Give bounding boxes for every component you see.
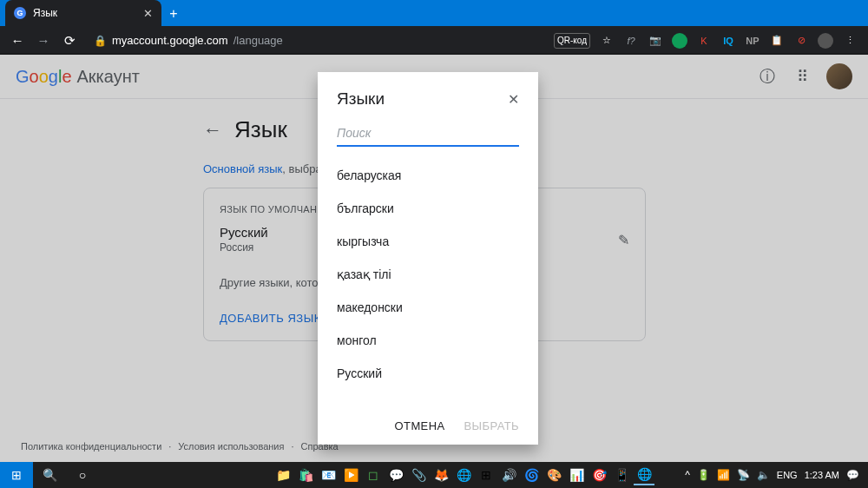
tray-notifications-icon[interactable]: 💬	[846, 469, 859, 481]
tab-close-button[interactable]: ✕	[143, 7, 153, 20]
tray-volume-icon[interactable]: 🔈	[757, 469, 770, 481]
system-tray: ^ 🔋 📶 📡 🔈 ENG 1:23 AM 💬	[685, 469, 868, 481]
language-option[interactable]: кыргызча	[318, 225, 538, 258]
taskbar-app-icon[interactable]: 💬	[385, 465, 406, 485]
browser-address-bar: ← → ⟳ 🔒 myaccount.google.com/language QR…	[0, 26, 868, 55]
modal-language-list[interactable]: беларускаябългарскикыргызчақазақ тілімак…	[318, 147, 538, 407]
modal-select-button[interactable]: ВЫБРАТЬ	[464, 419, 519, 432]
tab-favicon: G	[14, 7, 26, 19]
extension-icon[interactable]: f?	[623, 33, 639, 49]
tray-clock[interactable]: 1:23 AM	[805, 470, 839, 480]
taskbar-app-icon[interactable]: ◻	[363, 465, 384, 485]
taskbar-apps: 📁 🛍️ 📧 ▶️ ◻ 💬 📎 🦊 🌐 ⊞ 🔊 🌀 🎨 📊 🎯 📱 🌐	[273, 465, 654, 485]
windows-taskbar: ⊞ 🔍 ○ 📁 🛍️ 📧 ▶️ ◻ 💬 📎 🦊 🌐 ⊞ 🔊 🌀 🎨 📊 🎯 📱 …	[0, 462, 868, 488]
taskbar-app-icon[interactable]: 🌐	[453, 465, 474, 485]
language-option[interactable]: беларуская	[318, 159, 538, 192]
modal-search-field[interactable]	[337, 121, 519, 147]
taskbar-app-icon[interactable]: 🔊	[498, 465, 519, 485]
taskbar-app-icon[interactable]: ▶️	[340, 465, 361, 485]
new-tab-button[interactable]: +	[161, 2, 186, 26]
language-option[interactable]: македонски	[318, 291, 538, 324]
extension-icon[interactable]: K	[696, 33, 712, 49]
taskbar-app-icon[interactable]: 📱	[611, 465, 632, 485]
extension-icon[interactable]: IQ	[720, 33, 736, 49]
browser-tab[interactable]: G Язык ✕	[5, 0, 161, 26]
extension-icon[interactable]: NP	[745, 33, 760, 49]
start-button[interactable]: ⊞	[0, 462, 33, 488]
taskbar-app-icon[interactable]: 🌀	[521, 465, 542, 485]
bookmark-star-icon[interactable]: ☆	[599, 33, 615, 49]
url-field[interactable]: 🔒 myaccount.google.com/language	[85, 34, 549, 47]
tray-chevron-icon[interactable]: ^	[685, 469, 690, 481]
extension-icon[interactable]: ⊘	[793, 33, 809, 49]
tab-title: Язык	[33, 7, 57, 19]
taskbar-app-icon[interactable]: 📎	[408, 465, 429, 485]
nav-back-button[interactable]: ←	[7, 30, 28, 51]
nav-forward-button[interactable]: →	[33, 30, 54, 51]
tray-language-indicator[interactable]: ENG	[777, 470, 798, 480]
taskbar-app-icon[interactable]: 🦊	[431, 465, 451, 485]
qr-extension[interactable]: QR-код	[554, 33, 590, 49]
tray-network-icon[interactable]: 📶	[717, 469, 730, 481]
language-option[interactable]: монгол	[318, 324, 538, 357]
language-option[interactable]: български	[318, 192, 538, 225]
tray-battery-icon[interactable]: 🔋	[697, 469, 710, 481]
extension-icon[interactable]: 📷	[648, 33, 663, 49]
taskbar-cortana-button[interactable]: ○	[66, 462, 99, 488]
extension-icon[interactable]	[672, 33, 687, 49]
taskbar-app-icon[interactable]: 🛍️	[295, 465, 316, 485]
taskbar-app-icon[interactable]: 📁	[273, 465, 293, 485]
modal-cancel-button[interactable]: ОТМЕНА	[395, 419, 445, 432]
url-path: /language	[233, 34, 283, 47]
lock-icon: 🔒	[94, 35, 107, 47]
browser-menu-button[interactable]: ⋮	[842, 33, 858, 49]
modal-title: Языки	[337, 89, 385, 109]
taskbar-app-icon[interactable]: 📧	[318, 465, 339, 485]
language-option[interactable]: Русский	[318, 357, 538, 390]
language-picker-modal: Языки ✕ беларускаябългарскикыргызчақазақ…	[318, 72, 538, 445]
language-option[interactable]: қазақ тілі	[318, 258, 538, 291]
taskbar-chrome-active[interactable]: 🌐	[634, 465, 654, 485]
taskbar-search-button[interactable]: 🔍	[33, 462, 66, 488]
taskbar-app-icon[interactable]: 🎨	[543, 465, 564, 485]
url-host: myaccount.google.com	[112, 34, 228, 47]
browser-tab-bar: G Язык ✕ +	[0, 0, 868, 26]
tray-wifi-icon[interactable]: 📡	[737, 469, 750, 481]
nav-reload-button[interactable]: ⟳	[59, 30, 80, 51]
extension-icon[interactable]: 📋	[769, 33, 785, 49]
taskbar-app-icon[interactable]: 📊	[566, 465, 587, 485]
taskbar-app-icon[interactable]: ⊞	[476, 465, 496, 485]
browser-profile-avatar[interactable]	[818, 33, 833, 49]
extension-icons: QR-код ☆ f? 📷 K IQ NP 📋 ⊘ ⋮	[554, 33, 861, 49]
modal-close-button[interactable]: ✕	[508, 91, 519, 108]
modal-search-input[interactable]	[337, 121, 519, 145]
taskbar-app-icon[interactable]: 🎯	[589, 465, 609, 485]
